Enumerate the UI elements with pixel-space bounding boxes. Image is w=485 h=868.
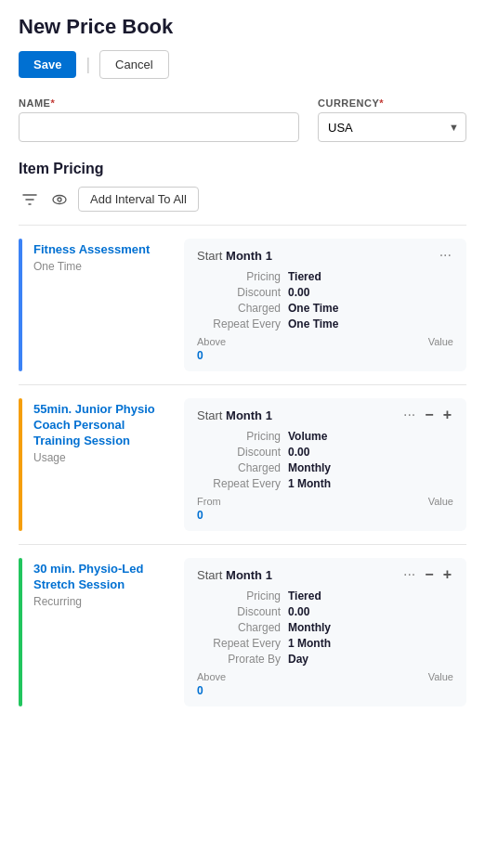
field-label: Pricing <box>197 430 281 443</box>
field-label: Repeat Every <box>197 317 281 330</box>
currency-select-wrap: USA EUR GBP ▼ <box>318 112 466 142</box>
field-value: One Time <box>281 317 453 330</box>
card-header: Start Month 1··· <box>197 248 453 263</box>
card-field: PricingTiered <box>197 270 453 283</box>
field-label: Repeat Every <box>197 637 281 650</box>
card-header: Start Month 1···−+ <box>197 408 453 422</box>
field-value: One Time <box>281 302 453 315</box>
item-toolbar: Add Interval To All <box>19 187 466 212</box>
tier-cell-above: 0 <box>197 509 203 522</box>
currency-select[interactable]: USA EUR GBP <box>318 112 466 142</box>
card-actions: ···−+ <box>401 408 453 422</box>
field-label: Discount <box>197 605 281 618</box>
toolbar: Save | Cancel <box>19 50 466 79</box>
card-field: PricingTiered <box>197 589 453 602</box>
field-value: Tiered <box>281 270 453 283</box>
toolbar-separator: | <box>85 55 90 74</box>
cancel-button[interactable]: Cancel <box>99 50 168 79</box>
field-value: Tiered <box>281 589 453 602</box>
field-value: 0.00 <box>281 605 453 618</box>
item-name[interactable]: 55min. Junior Physio Coach Personal Trai… <box>33 402 173 449</box>
tier-row: 0 <box>197 684 453 697</box>
save-button[interactable]: Save <box>19 51 76 78</box>
card-field: Discount0.00 <box>197 446 453 459</box>
tier-cell-above: 0 <box>197 684 203 697</box>
card-actions: ···−+ <box>401 567 453 582</box>
remove-interval-button[interactable]: − <box>423 567 435 582</box>
name-label: NAME* <box>19 97 299 109</box>
page-title: New Price Book <box>19 15 466 39</box>
item-type: Recurring <box>33 595 173 608</box>
item-name[interactable]: Fitness Assessment <box>33 242 173 258</box>
pricing-item: Fitness AssessmentOne TimeStart Month 1·… <box>19 225 466 384</box>
dots-menu-button[interactable]: ··· <box>401 408 417 422</box>
dots-menu-button[interactable]: ··· <box>438 248 453 263</box>
card-field: Repeat Every1 Month <box>197 477 453 490</box>
tier-above-label: Above <box>197 336 226 347</box>
field-value: 0.00 <box>281 446 453 459</box>
tier-header: AboveValue <box>197 336 453 349</box>
card-field: Discount0.00 <box>197 286 453 299</box>
name-field-group: NAME* <box>19 97 299 142</box>
add-interval-button[interactable]: + <box>441 567 453 582</box>
svg-point-1 <box>58 198 61 201</box>
field-value: Day <box>281 653 453 666</box>
filter-button[interactable] <box>19 188 41 211</box>
pricing-items-list: Fitness AssessmentOne TimeStart Month 1·… <box>19 225 466 719</box>
tier-header: AboveValue <box>197 671 453 684</box>
tier-above-label: Above <box>197 671 226 682</box>
field-label: Charged <box>197 302 281 315</box>
field-label: Discount <box>197 446 281 459</box>
item-info: 55min. Junior Physio Coach Personal Trai… <box>33 398 173 464</box>
interval-card: Start Month 1···−+PricingTieredDiscount0… <box>184 558 466 706</box>
remove-interval-button[interactable]: − <box>423 408 435 422</box>
visibility-button[interactable] <box>48 188 71 211</box>
interval-card: Start Month 1···−+PricingVolumeDiscount0… <box>184 398 466 531</box>
item-info: Fitness AssessmentOne Time <box>33 239 173 273</box>
eye-icon <box>52 192 67 207</box>
item-color-bar <box>19 398 22 531</box>
field-value: Monthly <box>281 461 453 474</box>
name-required: * <box>50 97 55 109</box>
item-pricing-section: Item Pricing Add Interval To All Fitness… <box>19 161 466 719</box>
pricing-item: 55min. Junior Physio Coach Personal Trai… <box>19 384 466 544</box>
name-input[interactable] <box>19 112 299 142</box>
pricing-item: 30 min. Physio-Led Stretch SessionRecurr… <box>19 544 466 719</box>
item-color-bar <box>19 558 22 706</box>
card-field: Repeat Every1 Month <box>197 637 453 650</box>
item-type: Usage <box>33 451 173 464</box>
currency-label: CURRENCY* <box>318 97 466 109</box>
item-name[interactable]: 30 min. Physio-Led Stretch Session <box>33 562 173 593</box>
add-interval-button[interactable]: Add Interval To All <box>78 187 199 212</box>
field-value: Monthly <box>281 621 453 634</box>
card-header-label: Start Month 1 <box>197 249 272 263</box>
field-value: 1 Month <box>281 477 453 490</box>
add-interval-button[interactable]: + <box>441 408 453 422</box>
card-field: Repeat EveryOne Time <box>197 317 453 330</box>
item-info: 30 min. Physio-Led Stretch SessionRecurr… <box>33 558 173 608</box>
item-color-bar <box>19 239 22 371</box>
currency-required: * <box>379 97 384 109</box>
tier-row: 0 <box>197 349 453 362</box>
card-header-label: Start Month 1 <box>197 568 272 582</box>
tier-header: FromValue <box>197 496 453 509</box>
field-label: Charged <box>197 621 281 634</box>
svg-point-0 <box>53 195 66 203</box>
tier-above-label: From <box>197 496 221 507</box>
field-label: Pricing <box>197 270 281 283</box>
tier-value-label: Value <box>428 336 453 347</box>
item-type: One Time <box>33 260 173 273</box>
dots-menu-button[interactable]: ··· <box>401 567 417 582</box>
field-label: Prorate By <box>197 653 281 666</box>
card-actions: ··· <box>438 248 453 263</box>
form-row: NAME* CURRENCY* USA EUR GBP ▼ <box>19 97 466 142</box>
interval-card: Start Month 1···PricingTieredDiscount0.0… <box>184 239 466 371</box>
card-field: ChargedMonthly <box>197 461 453 474</box>
card-field: ChargedOne Time <box>197 302 453 315</box>
tier-value-label: Value <box>428 496 453 507</box>
tier-row: 0 <box>197 509 453 522</box>
field-label: Discount <box>197 286 281 299</box>
section-title: Item Pricing <box>19 161 466 177</box>
field-value: Volume <box>281 430 453 443</box>
card-header-label: Start Month 1 <box>197 408 272 422</box>
